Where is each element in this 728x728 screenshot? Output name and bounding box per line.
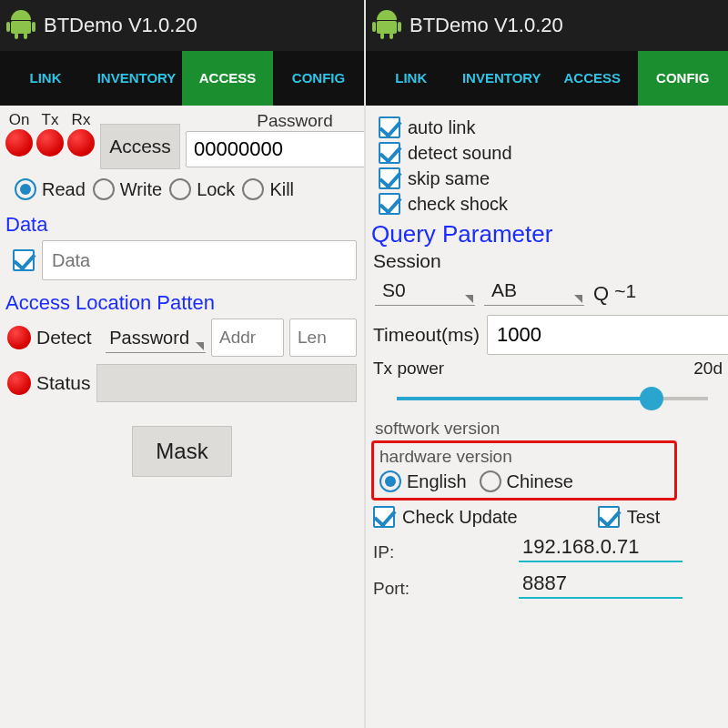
q-value: ~1 — [614, 280, 636, 306]
session-label: Session — [369, 250, 724, 272]
session-spinner[interactable]: S0 — [375, 274, 475, 306]
app-title: BTDemo V1.0.20 — [410, 14, 563, 37]
password-input[interactable] — [186, 131, 377, 167]
tab-config[interactable]: CONFIG — [638, 51, 729, 106]
target-spinner[interactable]: AB — [484, 274, 584, 306]
indicator-on-label: On — [4, 111, 35, 129]
checkbox-on-icon — [379, 116, 400, 138]
slider-thumb-icon[interactable] — [640, 387, 663, 410]
radio-off-icon — [480, 470, 501, 492]
tabs: LINK INVENTORY ACCESS CONFIG — [0, 51, 364, 106]
tx-power-label: Tx power — [373, 359, 444, 379]
op-read[interactable]: Read — [15, 178, 86, 200]
ip-label: IP: — [373, 542, 510, 562]
port-input[interactable] — [519, 570, 682, 599]
tx-power-slider[interactable] — [397, 382, 708, 415]
android-icon — [373, 10, 400, 41]
indicator-tx-icon — [36, 129, 64, 157]
op-lock[interactable]: Lock — [169, 178, 235, 200]
checkbox-on-icon — [598, 506, 620, 528]
tab-inventory[interactable]: INVENTORY — [457, 51, 548, 106]
access-button[interactable]: Access — [100, 124, 180, 169]
checkbox-on-icon — [379, 142, 400, 164]
status-indicator-icon — [7, 371, 31, 395]
chk-skip-same[interactable]: skip same — [379, 167, 531, 189]
data-checkbox[interactable] — [13, 249, 35, 271]
radio-off-icon — [169, 178, 191, 200]
checkbox-on-icon — [379, 193, 400, 215]
q-label: Q — [593, 282, 609, 306]
tx-power-value: 20d — [693, 359, 723, 379]
lang-chinese[interactable]: Chinese — [480, 470, 573, 492]
app-title: BTDemo V1.0.20 — [44, 14, 197, 37]
indicator-rx-icon — [67, 129, 95, 157]
bank-spinner[interactable]: Password — [106, 322, 206, 353]
highlight-box: hardware version English Chinese — [371, 440, 677, 500]
data-input[interactable] — [42, 240, 357, 280]
indicator-rx-label: Rx — [66, 111, 96, 129]
radio-on-icon — [379, 470, 401, 492]
tab-config[interactable]: CONFIG — [273, 51, 364, 106]
ip-input[interactable] — [519, 533, 682, 562]
android-icon — [7, 10, 35, 41]
op-write[interactable]: Write — [93, 178, 162, 200]
chk-check-update[interactable]: Check Update — [373, 506, 518, 528]
chk-check-shock[interactable]: check shock — [379, 193, 715, 215]
checkbox-on-icon — [379, 167, 400, 189]
radio-off-icon — [93, 178, 115, 200]
tabs: LINK INVENTORY ACCESS CONFIG — [366, 51, 728, 106]
tab-inventory[interactable]: INVENTORY — [91, 51, 182, 106]
radio-on-icon — [15, 178, 36, 200]
len-input[interactable] — [289, 318, 357, 357]
addr-input[interactable] — [211, 318, 284, 357]
radio-off-icon — [242, 178, 264, 200]
status-box — [96, 364, 357, 402]
indicator-on-icon — [5, 129, 33, 157]
tab-access[interactable]: ACCESS — [182, 51, 273, 106]
query-parameter-header: Query Parameter — [369, 217, 724, 250]
chk-test[interactable]: Test — [598, 506, 661, 528]
title-bar: BTDemo V1.0.20 — [0, 0, 364, 51]
mask-button[interactable]: Mask — [132, 426, 232, 477]
tab-access[interactable]: ACCESS — [547, 51, 638, 106]
data-section-label: Data — [4, 209, 360, 238]
chk-auto-link[interactable]: auto link — [379, 116, 531, 138]
chk-detect-sound[interactable]: detect sound — [379, 142, 531, 164]
op-kill[interactable]: Kill — [242, 178, 294, 200]
hardware-version-label: hardware version — [379, 445, 669, 467]
tab-link[interactable]: LINK — [0, 51, 91, 106]
screen-access: BTDemo V1.0.20 LINK INVENTORY ACCESS CON… — [0, 0, 364, 728]
detect-indicator-icon — [7, 326, 31, 349]
checkbox-on-icon — [373, 506, 395, 528]
port-label: Port: — [373, 579, 510, 599]
screen-config: BTDemo V1.0.20 LINK INVENTORY ACCESS CON… — [364, 0, 728, 728]
timeout-input[interactable] — [487, 315, 728, 355]
title-bar: BTDemo V1.0.20 — [366, 0, 728, 51]
password-label: Password — [186, 111, 377, 131]
access-location-label: Access Location Patten — [4, 288, 360, 317]
status-label: Status — [36, 372, 91, 394]
lang-english[interactable]: English — [379, 470, 467, 492]
timeout-label: Timeout(ms) — [373, 324, 480, 346]
softwork-version-label: softwork version — [369, 417, 724, 439]
tab-link[interactable]: LINK — [366, 51, 457, 106]
detect-label: Detect — [36, 327, 92, 349]
indicator-tx-label: Tx — [35, 111, 66, 129]
